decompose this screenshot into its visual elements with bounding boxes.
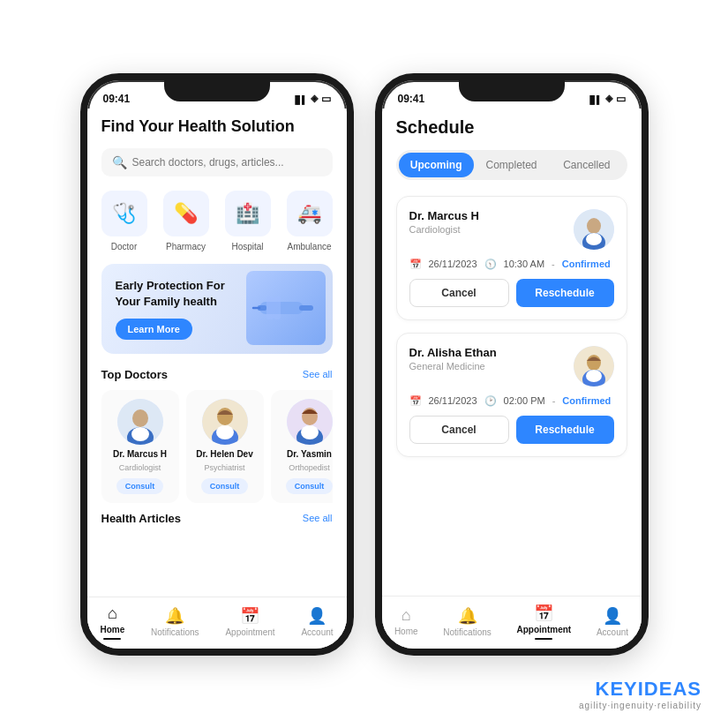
svg-point-9 bbox=[131, 427, 149, 441]
tab-completed[interactable]: Completed bbox=[474, 153, 549, 177]
category-grid: 🩺 Doctor 💊 Pharmacy 🏥 Hospital 🚑 Ambulan… bbox=[101, 191, 333, 251]
battery-icon bbox=[321, 93, 331, 105]
appt-date-1: 26/11/2023 bbox=[429, 259, 477, 269]
page-container: 09:41 Find Your Health Solution 🔍 🩺 Doct… bbox=[0, 0, 728, 728]
clock-icon-2: 🕑 bbox=[484, 395, 497, 407]
phone-schedule: 09:41 Schedule Upcoming Completed Cancel… bbox=[375, 73, 649, 656]
branding: KEYIDEAS agility·ingenuity·reliability bbox=[579, 678, 702, 710]
appt-doc-avatar-2 bbox=[574, 346, 614, 387]
account-nav-label: Account bbox=[301, 627, 333, 637]
doctors-row: Dr. Marcus H Cardiologist Consult bbox=[101, 390, 333, 503]
learn-more-button[interactable]: Learn More bbox=[116, 319, 192, 340]
account-nav-icon-2: 👤 bbox=[603, 606, 622, 626]
appt-doc-avatar-1 bbox=[574, 209, 614, 250]
doctor-card-3[interactable]: Dr. Yasmin Orthopedist Consult bbox=[271, 390, 333, 503]
nav-account-2[interactable]: 👤 Account bbox=[597, 606, 628, 637]
reschedule-button-1[interactable]: Reschedule bbox=[516, 279, 614, 307]
account-nav-icon: 👤 bbox=[307, 606, 326, 626]
appt-card-top-2: Dr. Alisha Ethan General Medicine bbox=[409, 346, 614, 387]
nav-appointment-2[interactable]: 📅 Appointment bbox=[517, 604, 572, 640]
nav-notifications-2[interactable]: 🔔 Notifications bbox=[443, 606, 491, 637]
doctor-icon-box: 🩺 bbox=[101, 191, 147, 236]
appt-doc-specialty-2: General Medicine bbox=[409, 361, 497, 372]
banner-image bbox=[246, 271, 326, 345]
home-nav-label-2: Home bbox=[394, 627, 418, 636]
appt-time-2: 02:00 PM bbox=[504, 395, 545, 406]
health-articles-title: Health Articles bbox=[101, 512, 182, 525]
calendar-icon-2: 📅 bbox=[409, 395, 422, 407]
svg-point-13 bbox=[216, 425, 234, 439]
schedule-title: Schedule bbox=[396, 117, 627, 138]
nav-notifications[interactable]: 🔔 Notifications bbox=[151, 606, 199, 637]
svg-rect-1 bbox=[299, 305, 313, 311]
bottom-nav-schedule: ⌂ Home 🔔 Notifications 📅 Appointment 👤 A… bbox=[382, 596, 642, 649]
phone-screen-schedule: Schedule Upcoming Completed Cancelled Dr… bbox=[382, 109, 642, 649]
appt-date-2: 26/11/2023 bbox=[429, 395, 477, 406]
cancel-button-1[interactable]: Cancel bbox=[409, 279, 509, 307]
appt-doc-info-2: Dr. Alisha Ethan General Medicine bbox=[409, 346, 497, 372]
health-articles-see-all[interactable]: See all bbox=[303, 513, 333, 523]
tab-cancelled[interactable]: Cancelled bbox=[549, 153, 624, 177]
appointment-card-2: Dr. Alisha Ethan General Medicine bbox=[396, 333, 627, 457]
doctor-specialty-2: Psychiatrist bbox=[204, 463, 244, 472]
consult-button-3[interactable]: Consult bbox=[286, 478, 333, 494]
phone-notch bbox=[164, 80, 270, 101]
schedule-content: Schedule Upcoming Completed Cancelled Dr… bbox=[382, 109, 642, 596]
wifi-icon-2 bbox=[605, 93, 612, 104]
doctor-avatar-2 bbox=[202, 399, 248, 445]
consult-button-2[interactable]: Consult bbox=[201, 478, 249, 494]
schedule-tabs: Upcoming Completed Cancelled bbox=[396, 150, 627, 180]
health-articles-section: Health Articles See all bbox=[101, 512, 333, 525]
brand-part1: KEY bbox=[596, 678, 638, 700]
reschedule-button-2[interactable]: Reschedule bbox=[516, 416, 614, 444]
svg-point-7 bbox=[132, 409, 148, 427]
account-nav-label-2: Account bbox=[597, 627, 628, 637]
doctor-card-1[interactable]: Dr. Marcus H Cardiologist Consult bbox=[101, 390, 179, 503]
category-ambulance[interactable]: 🚑 Ambulance bbox=[287, 191, 333, 251]
nav-appointment-underline bbox=[535, 638, 552, 640]
category-doctor[interactable]: 🩺 Doctor bbox=[101, 191, 147, 251]
cancel-button-2[interactable]: Cancel bbox=[409, 416, 509, 444]
bottom-nav-home: ⌂ Home 🔔 Notifications 📅 Appointment 👤 A… bbox=[87, 597, 347, 649]
hospital-icon-box: 🏥 bbox=[225, 191, 271, 236]
pharmacy-label: Pharmacy bbox=[166, 242, 206, 251]
doctor-specialty-1: Cardiologist bbox=[119, 463, 161, 472]
svg-point-17 bbox=[301, 425, 319, 439]
signal-icon-2 bbox=[587, 94, 601, 104]
home-nav-label: Home bbox=[100, 625, 124, 634]
calendar-icon-1: 📅 bbox=[409, 259, 422, 270]
notifications-nav-label: Notifications bbox=[151, 627, 199, 637]
nav-home-2[interactable]: ⌂ Home bbox=[394, 606, 418, 636]
appt-doc-name-1: Dr. Marcus H bbox=[409, 209, 479, 222]
nav-home[interactable]: ⌂ Home bbox=[100, 604, 124, 640]
category-pharmacy[interactable]: 💊 Pharmacy bbox=[163, 191, 209, 251]
appt-doc-specialty-1: Cardiologist bbox=[409, 224, 479, 235]
appointment-nav-icon-2: 📅 bbox=[534, 604, 553, 623]
search-bar[interactable]: 🔍 bbox=[101, 148, 333, 176]
nav-account[interactable]: 👤 Account bbox=[301, 606, 333, 637]
signal-icon bbox=[292, 94, 306, 104]
appointment-nav-label: Appointment bbox=[225, 627, 274, 637]
appt-actions-2: Cancel Reschedule bbox=[409, 416, 614, 444]
health-articles-header: Health Articles See all bbox=[101, 512, 333, 525]
doctor-avatar-3 bbox=[287, 399, 333, 445]
search-input[interactable] bbox=[132, 156, 322, 169]
brand-tagline: agility·ingenuity·reliability bbox=[579, 701, 702, 710]
doctor-label: Doctor bbox=[111, 242, 137, 251]
svg-rect-4 bbox=[274, 296, 281, 319]
top-doctors-title: Top Doctors bbox=[101, 368, 169, 381]
doctor-card-2[interactable]: Dr. Helen Dev Psychiatrist Consult bbox=[186, 390, 264, 503]
top-doctors-see-all[interactable]: See all bbox=[303, 369, 333, 379]
tab-upcoming[interactable]: Upcoming bbox=[399, 153, 474, 177]
appointment-card-1: Dr. Marcus H Cardiologist bbox=[396, 196, 627, 320]
pharmacy-icon-box: 💊 bbox=[163, 191, 209, 236]
appt-card-top-1: Dr. Marcus H Cardiologist bbox=[409, 209, 614, 250]
consult-button-1[interactable]: Consult bbox=[116, 478, 164, 494]
nav-appointment[interactable]: 📅 Appointment bbox=[225, 606, 274, 637]
home-nav-icon: ⌂ bbox=[108, 604, 117, 623]
appt-details-1: 📅 26/11/2023 🕥 10:30 AM - Confirmed bbox=[409, 259, 614, 270]
phone-screen-home: Find Your Health Solution 🔍 🩺 Doctor 💊 P… bbox=[87, 109, 347, 649]
svg-point-25 bbox=[586, 370, 602, 382]
category-hospital[interactable]: 🏥 Hospital bbox=[225, 191, 271, 251]
appt-doc-name-2: Dr. Alisha Ethan bbox=[409, 346, 497, 359]
